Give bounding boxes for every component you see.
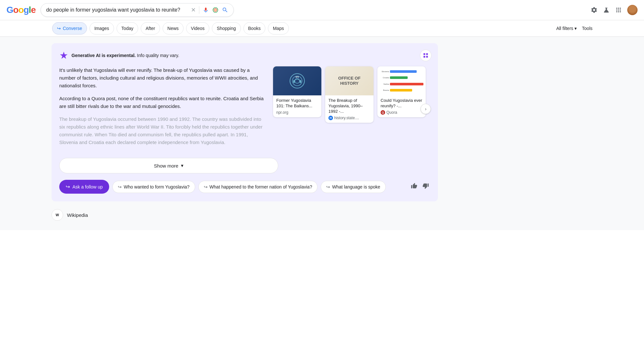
ai-paragraph-3: The breakup of Yugoslavia occurred betwe… (59, 115, 265, 146)
ai-paragraph-2: According to a Quora post, none of the c… (59, 95, 265, 110)
tab-shopping[interactable]: Shopping (212, 22, 241, 34)
feedback-buttons (410, 181, 430, 192)
chevron-down-icon: ▾ (574, 26, 577, 31)
wikipedia-label: Wikipedia (67, 212, 88, 218)
tab-news-label: News (167, 26, 179, 31)
google-logo: Google (6, 5, 35, 15)
wikipedia-logo: W (52, 209, 63, 221)
card-body-quora: Could Yugoslavia ever reunify? -... Q Qu… (377, 95, 426, 117)
tab-videos-label: Videos (191, 26, 205, 31)
ai-cards: NPR Former Yugoslavia 101: The Balkans..… (273, 66, 426, 151)
settings-icon[interactable] (591, 6, 598, 14)
ai-header-text: Generative AI is experimental. Info qual… (71, 53, 179, 58)
card-source-history: H history.state.... (328, 116, 370, 120)
thumbup-button[interactable] (410, 181, 419, 192)
tab-news[interactable]: News (163, 22, 184, 34)
chip-arrow-icon-2: ↪ (204, 184, 208, 189)
thumbdown-button[interactable] (421, 181, 430, 192)
ai-card-history[interactable]: OFFICE OFHISTORY The Breakup of Yugoslav… (325, 66, 374, 123)
chip-arrow-icon-1: ↪ (118, 184, 122, 189)
card-image-quora: Slovenia Croatia Serbia (377, 66, 426, 95)
wiki-section: W Wikipedia (52, 209, 592, 221)
header: Google ✕ (0, 0, 644, 20)
cards-next-button[interactable]: › (421, 104, 431, 114)
ai-sparkle-icon (59, 51, 68, 60)
tab-maps[interactable]: Maps (268, 22, 289, 34)
tools-button[interactable]: Tools (582, 26, 592, 31)
tab-after[interactable]: After (141, 22, 160, 34)
ai-card-quora[interactable]: Slovenia Croatia Serbia (377, 66, 426, 117)
quora-source-icon: Q (381, 110, 385, 115)
search-icon[interactable] (222, 7, 228, 13)
clear-icon[interactable]: ✕ (191, 6, 196, 14)
lens-icon[interactable] (212, 7, 219, 13)
ai-text: It's unlikely that Yugoslavia will ever … (59, 66, 265, 151)
chevron-down-icon: ▾ (181, 163, 184, 169)
apps-icon[interactable] (615, 6, 622, 14)
tab-after-label: After (146, 26, 155, 31)
main-content: Generative AI is experimental. Info qual… (0, 37, 644, 230)
mic-icon[interactable] (203, 7, 209, 13)
ai-header: Generative AI is experimental. Info qual… (59, 51, 430, 60)
header-right (591, 5, 638, 15)
labs-icon[interactable] (603, 6, 610, 14)
tab-images[interactable]: Images (90, 22, 114, 34)
tab-shopping-label: Shopping (217, 26, 236, 31)
search-input[interactable] (46, 7, 188, 13)
svg-text:NPR: NPR (296, 76, 299, 78)
search-bar-wrap: ✕ (41, 3, 234, 17)
ai-panel: Generative AI is experimental. Info qual… (52, 43, 438, 201)
card-body-npr: Former Yugoslavia 101: The Balkans... np… (273, 95, 321, 117)
all-filters-button[interactable]: All filters ▾ (556, 26, 577, 31)
tab-videos[interactable]: Videos (186, 22, 210, 34)
card-source-quora: Q Quora (381, 110, 422, 115)
card-body-history: The Breakup of Yugoslavia, 1990–1992 -..… (325, 95, 374, 123)
search-bar: ✕ (41, 3, 234, 17)
show-more-button[interactable]: Show more ▾ (59, 158, 278, 173)
tab-today[interactable]: Today (117, 22, 138, 34)
tab-today-label: Today (121, 26, 133, 31)
followup-arrow-icon: ↪ (66, 184, 70, 190)
tab-books-label: Books (248, 26, 261, 31)
tab-images-label: Images (94, 26, 109, 31)
show-more-wrap: Show more ▾ (59, 158, 430, 173)
suggestion-chip-1[interactable]: ↪ Who wanted to form Yugoslavia? (112, 181, 195, 193)
chip-arrow-icon-3: ↪ (326, 184, 330, 189)
card-source-npr: npr.org (276, 110, 318, 115)
suggestion-chip-3[interactable]: ↪ What language is spoke (321, 181, 385, 193)
avatar[interactable] (627, 5, 638, 15)
card-image-npr: NPR (273, 66, 321, 95)
suggestion-chip-2[interactable]: ↪ What happened to the former nation of … (198, 181, 318, 193)
follow-up-bar: ↪ Ask a follow up ↪ Who wanted to form Y… (59, 180, 430, 194)
converse-icon: ↪ (57, 26, 61, 31)
tab-maps-label: Maps (273, 26, 284, 31)
svg-point-2 (215, 9, 216, 10)
ai-card-npr[interactable]: NPR Former Yugoslavia 101: The Balkans..… (273, 66, 321, 117)
tab-books[interactable]: Books (243, 22, 266, 34)
divider (199, 6, 199, 14)
nav-right: All filters ▾ Tools (556, 26, 592, 31)
tab-converse[interactable]: ↪ Converse (52, 22, 87, 34)
ai-paragraph-1: It's unlikely that Yugoslavia will ever … (59, 66, 265, 90)
history-source-icon: H (328, 116, 333, 120)
tab-converse-label: Converse (63, 26, 82, 31)
ask-followup-button[interactable]: ↪ Ask a follow up (59, 180, 109, 194)
card-image-history: OFFICE OFHISTORY (325, 66, 374, 95)
ai-body: It's unlikely that Yugoslavia will ever … (59, 66, 430, 151)
ai-grid-toggle-button[interactable] (420, 50, 431, 61)
nav-tabs: ↪ Converse Images Today After News Video… (0, 20, 644, 37)
